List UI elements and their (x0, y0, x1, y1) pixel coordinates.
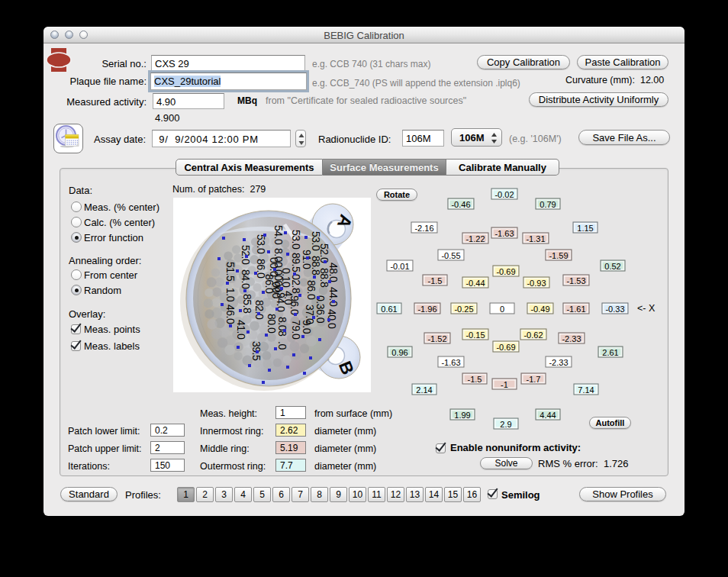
svg-text:52.0: 52.0 (240, 245, 252, 265)
svg-text:85.8: 85.8 (241, 294, 253, 314)
svg-text:84.0: 84.0 (240, 269, 252, 289)
svg-text:8.08: 8.08 (276, 317, 288, 337)
svg-text:0.36.0: 0.36.0 (314, 295, 327, 324)
svg-text:51.5: 51.5 (224, 262, 237, 282)
svg-text:41.0: 41.0 (235, 320, 247, 340)
svg-text:80.0: 80.0 (266, 314, 278, 334)
svg-text:1.0: 1.0 (224, 288, 237, 302)
svg-text:53.0: 53.0 (255, 234, 267, 254)
svg-text:46.0: 46.0 (224, 305, 237, 324)
svg-text:89.5: 89.5 (290, 253, 302, 272)
svg-text:96.0: 96.0 (288, 295, 301, 315)
svg-text:79.0: 79.0 (290, 320, 302, 340)
svg-text:48.0: 48.0 (327, 263, 340, 282)
svg-text:.0: .0 (276, 341, 288, 350)
svg-text:02.8: 02.8 (290, 274, 302, 294)
svg-text:54.0: 54.0 (272, 225, 285, 245)
svg-text:44.0: 44.0 (327, 287, 340, 307)
svg-text:82.0: 82.0 (253, 300, 266, 320)
svg-text:8.00: 8.00 (272, 248, 285, 268)
svg-text:53.0: 53.0 (290, 230, 302, 250)
svg-text:9.0: 9.0 (301, 320, 313, 334)
